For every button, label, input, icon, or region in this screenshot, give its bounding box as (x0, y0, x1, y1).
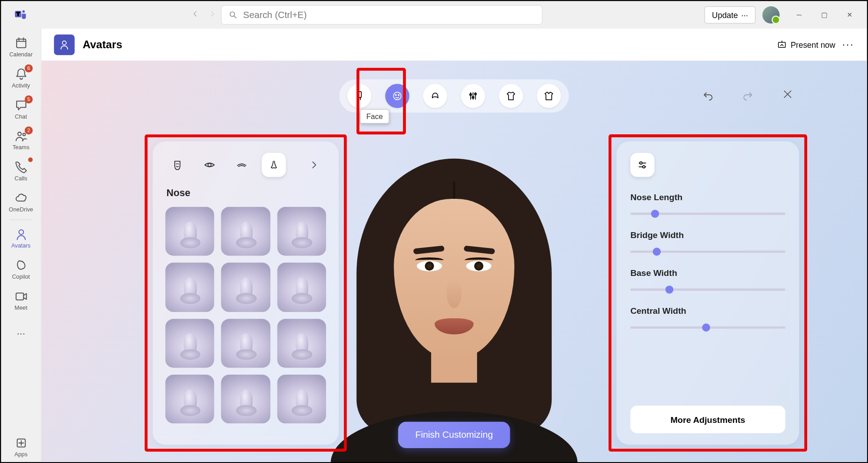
svg-point-5 (18, 132, 21, 135)
svg-rect-4 (16, 39, 25, 47)
badge: 5 (25, 96, 33, 104)
rail-avatars[interactable]: Avatars (1, 222, 41, 253)
svg-point-7 (18, 229, 23, 234)
avatars-app-icon (54, 34, 75, 55)
svg-point-20 (640, 162, 642, 164)
base-width-slider[interactable] (630, 289, 785, 291)
teams-logo-icon: T (13, 7, 29, 23)
window-maximize-button[interactable]: ▢ (812, 6, 837, 23)
rail-calendar[interactable]: Calendar (1, 31, 41, 62)
finish-customizing-button[interactable]: Finish Customizing (398, 422, 510, 448)
search-placeholder: Search (Ctrl+E) (243, 10, 307, 20)
nose-option[interactable] (165, 207, 214, 256)
update-button[interactable]: Update ··· (704, 6, 755, 23)
svg-point-14 (395, 95, 396, 96)
close-editor-button[interactable] (782, 88, 793, 104)
nose-option[interactable] (165, 375, 214, 424)
nose-option[interactable] (277, 207, 326, 256)
nose-options-grid (165, 207, 326, 424)
svg-point-6 (23, 133, 25, 136)
nose-option[interactable] (277, 263, 326, 312)
subtab-nose[interactable] (262, 153, 286, 177)
subtab-next-button[interactable] (302, 153, 326, 177)
window-minimize-button[interactable]: ─ (786, 6, 812, 23)
rail-copilot[interactable]: Copilot (1, 253, 41, 284)
category-appearance-button[interactable] (461, 84, 485, 108)
slider-label: Nose Length (630, 192, 682, 202)
nose-option[interactable] (165, 319, 214, 368)
svg-point-21 (643, 165, 645, 168)
rail-teams[interactable]: Teams2 (1, 124, 41, 155)
rail-meet[interactable]: Meet (1, 284, 41, 316)
subtab-face-shape[interactable] (165, 153, 190, 177)
nose-option[interactable] (221, 375, 270, 424)
category-bar (339, 79, 569, 113)
svg-text:T: T (17, 11, 20, 17)
profile-avatar[interactable] (763, 6, 780, 23)
rail-calls[interactable]: Calls (1, 155, 41, 186)
svg-point-15 (398, 95, 399, 96)
category-hair-button[interactable] (423, 84, 447, 108)
adjustments-icon (630, 153, 654, 177)
category-outfit-button[interactable] (499, 84, 523, 108)
rail-chat[interactable]: Chat5 (1, 93, 41, 124)
slider-label: Base Width (630, 268, 677, 278)
svg-point-3 (230, 12, 234, 16)
category-wardrobe-button[interactable] (537, 84, 561, 108)
nose-option[interactable] (277, 319, 326, 368)
redo-button[interactable] (742, 88, 754, 104)
badge-dot (28, 157, 32, 162)
nav-forward-button[interactable] (208, 10, 216, 20)
nose-option[interactable] (221, 263, 270, 312)
nose-option[interactable] (165, 263, 214, 312)
search-input[interactable]: Search (Ctrl+E) (221, 5, 542, 24)
nose-option[interactable] (277, 375, 326, 424)
subtab-eyebrows[interactable] (230, 153, 254, 177)
slider-label: Central Width (630, 306, 686, 316)
app-rail: Calendar Activity6 Chat5 Teams2 Calls On… (1, 29, 41, 462)
subtab-eyes[interactable] (197, 153, 222, 177)
bridge-width-slider[interactable] (630, 251, 785, 253)
rail-activity[interactable]: Activity6 (1, 62, 41, 93)
avatar-preview (333, 159, 574, 458)
window-close-button[interactable]: ✕ (837, 6, 862, 23)
category-body-button[interactable] (347, 84, 372, 108)
svg-point-10 (62, 41, 66, 44)
ellipsis-icon: ··· (741, 10, 748, 19)
category-tooltip: Face (360, 109, 389, 124)
central-width-slider[interactable] (630, 326, 785, 329)
svg-point-19 (208, 163, 211, 166)
feature-panel-title: Nose (167, 187, 326, 198)
badge: 6 (25, 64, 33, 73)
more-adjustments-button[interactable]: More Adjustments (630, 406, 785, 433)
rail-onedrive[interactable]: OneDrive (1, 186, 41, 217)
nose-option[interactable] (221, 319, 270, 368)
page-title: Avatars (83, 38, 123, 51)
adjustments-panel: Nose Length Bridge Width Base Width Cent… (617, 142, 799, 445)
nose-length-slider[interactable] (630, 213, 785, 215)
svg-rect-8 (16, 293, 23, 299)
present-now-button[interactable]: Present now (777, 39, 836, 50)
undo-button[interactable] (701, 88, 714, 104)
nav-back-button[interactable] (191, 10, 199, 20)
svg-point-2 (22, 10, 25, 13)
svg-rect-12 (358, 92, 361, 97)
nose-option[interactable] (221, 207, 270, 256)
svg-point-13 (393, 92, 401, 100)
category-face-button[interactable] (385, 84, 409, 108)
feature-panel: Nose (153, 142, 339, 445)
rail-more[interactable]: ··· (1, 318, 41, 349)
badge: 2 (25, 126, 33, 134)
header-more-button[interactable]: ··· (842, 38, 854, 50)
rail-apps[interactable]: Apps (1, 431, 41, 462)
slider-label: Bridge Width (630, 230, 684, 240)
